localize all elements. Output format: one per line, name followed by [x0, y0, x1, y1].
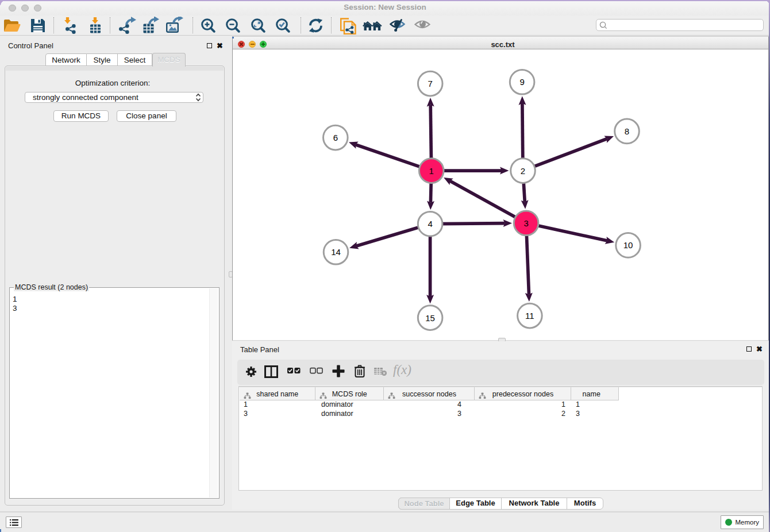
svg-text:2: 2 — [521, 166, 525, 176]
svg-text:8: 8 — [625, 126, 629, 136]
svg-text:9: 9 — [519, 77, 524, 87]
svg-text:6: 6 — [333, 133, 338, 142]
svg-text:3: 3 — [523, 218, 528, 228]
svg-text:15: 15 — [425, 313, 435, 323]
svg-text:10: 10 — [623, 240, 633, 250]
svg-text:11: 11 — [525, 311, 534, 321]
svg-text:4: 4 — [428, 219, 432, 229]
svg-text:1: 1 — [429, 166, 434, 176]
svg-text:7: 7 — [428, 79, 433, 88]
svg-text:14: 14 — [331, 247, 341, 257]
